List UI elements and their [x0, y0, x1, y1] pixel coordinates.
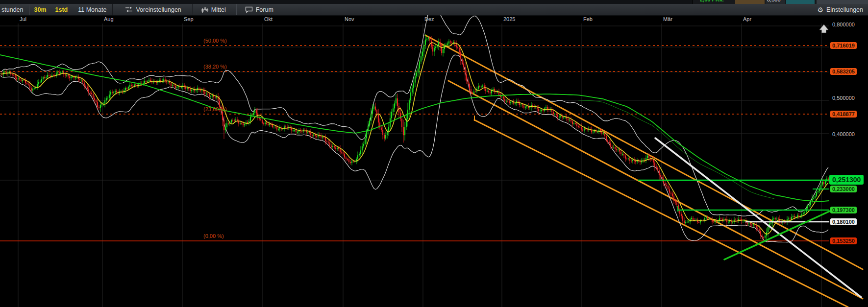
time-axis-label-2025: 2025	[503, 16, 515, 22]
fibonacci-label: (0,00 %)	[203, 233, 224, 239]
time-axis-label-mär: Mär	[663, 16, 672, 22]
price-level-badge[interactable]: 0,233000	[830, 186, 857, 192]
time-axis-label-apr: Apr	[743, 16, 751, 22]
price-level-badge[interactable]: 0,197300	[830, 207, 857, 213]
price-axis-label: 0,800000	[832, 22, 855, 27]
price-axis-label: 0,500000	[832, 95, 855, 101]
time-axis-label-dez: Dez	[424, 16, 434, 22]
price-axis-label: 0,400000	[832, 131, 855, 137]
trading-app-window: 2,66 PRk. 0,500 stunden 30m 1std 11 Mona…	[0, 0, 868, 307]
time-axis-label-feb: Feb	[583, 16, 593, 22]
fibonacci-label: (38,20 %)	[203, 64, 227, 70]
time-axis-label-aug: Aug	[104, 16, 114, 22]
fibonacci-label: (23,60 %)	[203, 106, 227, 112]
price-level-badge[interactable]: 0,418877	[830, 111, 857, 118]
price-level-badge[interactable]: 0,583205	[830, 68, 857, 75]
fibonacci-label: (50,00 %)	[203, 38, 227, 44]
price-level-badge[interactable]: 0,716019	[830, 42, 857, 49]
time-axis-label-jul: Jul	[20, 16, 26, 22]
current-price-badge[interactable]: 0,251300	[829, 175, 864, 185]
price-level-badge[interactable]: 0,153250	[830, 237, 857, 244]
time-axis-label-okt: Okt	[264, 16, 273, 22]
time-axis-label-sep: Sep	[184, 16, 194, 22]
price-chart[interactable]	[0, 0, 868, 307]
price-level-badge[interactable]: 0,180100	[830, 218, 857, 225]
time-axis-label-nov: Nov	[345, 16, 354, 22]
